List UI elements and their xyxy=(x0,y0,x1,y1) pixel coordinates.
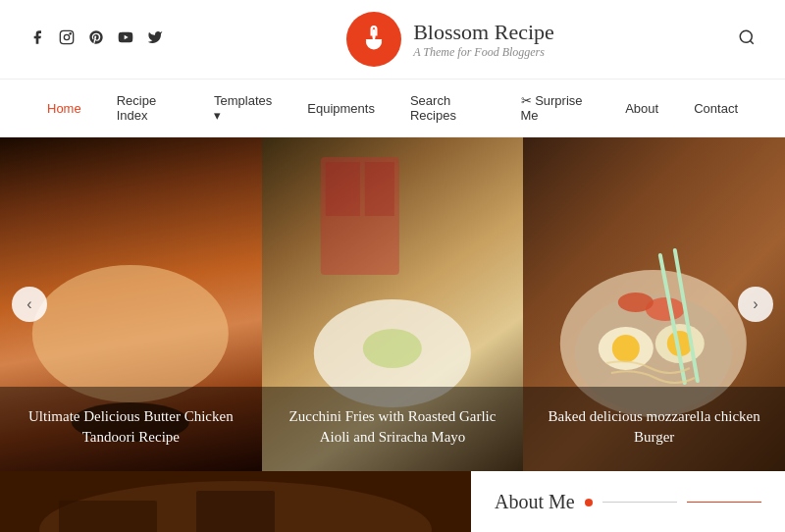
logo-icon xyxy=(346,12,401,67)
slide-2-caption: Zucchini Fries with Roasted Garlic Aioli… xyxy=(262,387,524,471)
svg-line-5 xyxy=(750,40,753,43)
logo-text: Blossom Recipe A Theme for Food Bloggers xyxy=(413,20,554,60)
slide-2-title: Zucchini Fries with Roasted Garlic Aioli… xyxy=(278,406,508,448)
carousel-track: Ultimate Delicious Butter Chicken Tandoo… xyxy=(0,137,785,471)
slide-3-caption: Baked delicious mozzarella chicken Burge… xyxy=(523,387,785,471)
svg-point-25 xyxy=(618,293,654,312)
svg-point-6 xyxy=(32,265,229,402)
carousel: Ultimate Delicious Butter Chicken Tandoo… xyxy=(0,137,785,471)
nav-templates[interactable]: Templates ▾ xyxy=(196,80,289,136)
svg-point-17 xyxy=(363,329,422,368)
svg-rect-30 xyxy=(59,501,157,532)
svg-rect-31 xyxy=(196,491,275,532)
svg-rect-12 xyxy=(326,162,360,216)
svg-point-1 xyxy=(64,34,69,39)
search-button[interactable] xyxy=(738,28,756,51)
slide-1-title: Ultimate Delicious Butter Chicken Tandoo… xyxy=(16,406,246,448)
carousel-prev-button[interactable]: ‹ xyxy=(12,287,47,322)
twitter-link[interactable] xyxy=(147,29,163,49)
nav-search-recipes[interactable]: Search Recipes xyxy=(392,80,503,136)
bottom-featured-image xyxy=(0,471,471,532)
nav-equipments[interactable]: Equipments xyxy=(289,87,392,130)
svg-rect-0 xyxy=(60,30,73,43)
about-dot-decoration xyxy=(585,499,593,506)
about-me-title: About Me xyxy=(495,491,761,513)
nav-home[interactable]: Home xyxy=(29,87,99,130)
top-bar: Blossom Recipe A Theme for Food Bloggers xyxy=(0,0,785,80)
bottom-section: About Me xyxy=(0,471,785,532)
carousel-next-button[interactable]: › xyxy=(738,287,773,322)
carousel-slide-2: Zucchini Fries with Roasted Garlic Aioli… xyxy=(262,137,524,471)
main-nav: Home Recipe Index Templates ▾ Equipments… xyxy=(0,80,785,137)
slide-3-title: Baked delicious mozzarella chicken Burge… xyxy=(539,406,769,448)
site-title: Blossom Recipe xyxy=(413,20,554,45)
svg-point-2 xyxy=(70,33,71,34)
youtube-link[interactable] xyxy=(118,29,133,49)
site-tagline: A Theme for Food Bloggers xyxy=(413,45,554,60)
svg-point-3 xyxy=(372,29,376,41)
nav-surprise-me[interactable]: ✂ Surprise Me xyxy=(503,80,608,136)
about-me-section: About Me xyxy=(471,471,785,532)
logo-area: Blossom Recipe A Theme for Food Bloggers xyxy=(346,12,554,67)
svg-point-4 xyxy=(740,30,752,42)
nav-about[interactable]: About xyxy=(607,87,676,130)
about-me-label: About Me xyxy=(495,491,575,513)
nav-recipe-index[interactable]: Recipe Index xyxy=(99,80,196,136)
nav-contact[interactable]: Contact xyxy=(676,87,756,130)
svg-rect-13 xyxy=(365,162,394,216)
facebook-link[interactable] xyxy=(29,29,45,49)
social-icons xyxy=(29,29,163,49)
slide-1-caption: Ultimate Delicious Butter Chicken Tandoo… xyxy=(0,387,262,471)
instagram-link[interactable] xyxy=(59,29,75,49)
pinterest-link[interactable] xyxy=(88,29,104,49)
svg-point-21 xyxy=(612,335,640,362)
